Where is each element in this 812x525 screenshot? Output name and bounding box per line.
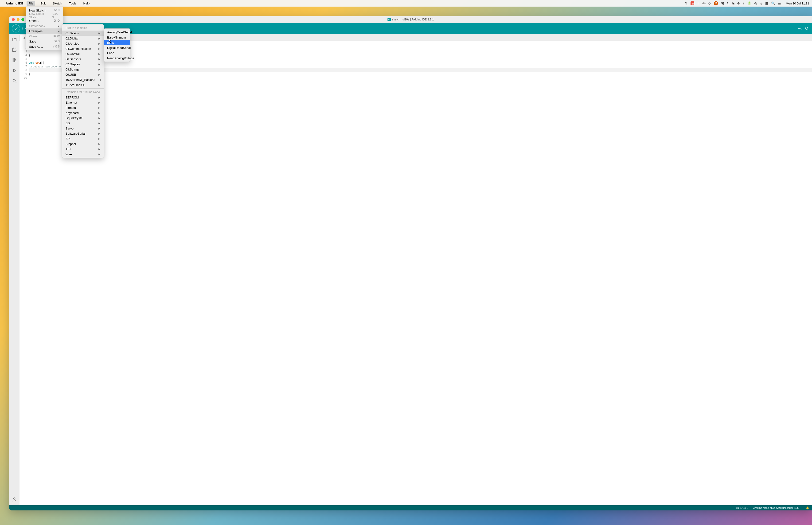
examples-menu-item[interactable]: Firmata▶ [62, 105, 104, 110]
examples-menu-item[interactable]: SoftwareSerial▶ [62, 131, 104, 136]
battery-icon[interactable]: 🔋 [747, 1, 751, 5]
editor-area: sketch_jul10a.ino 12345678910 void setup… [19, 34, 812, 505]
search-icon[interactable] [12, 78, 17, 84]
menu-help[interactable]: Help [81, 1, 92, 6]
search-icon[interactable]: 🔍 [771, 1, 775, 5]
check-icon [14, 26, 18, 31]
arduino-ide-window: ∞ sketch_jul10a | Arduino IDE 2.1.1 [9, 16, 812, 510]
file-menu-item: Close⌘ W [26, 34, 63, 39]
dropbox-icon[interactable]: ⠿ [697, 1, 700, 5]
control-center-icon[interactable]: ⚌ [778, 1, 781, 5]
wifi-icon[interactable]: ⬙ [760, 1, 763, 5]
examples-menu-item[interactable]: 09.USB▶ [62, 72, 104, 77]
serial-monitor-icon[interactable] [805, 26, 809, 31]
examples-menu-item[interactable]: LiquidCrystal▶ [62, 115, 104, 121]
status-bar: Ln 8, Col 1 Arduino Nano on /dev/cu.usbs… [9, 505, 812, 510]
traffic-lights [12, 18, 24, 21]
file-menu-item[interactable]: Save As...⇧⌘ S [26, 44, 63, 49]
menubar-clock[interactable]: Mon 10 Jul 11:31 [786, 2, 809, 5]
code-editor[interactable]: 12345678910 void setup() { // put your s… [19, 41, 812, 505]
cursor-position: Ln 8, Col 1 [736, 507, 749, 509]
file-menu-item: New Cloud Sketch⌥⌘ N [26, 13, 63, 18]
close-button[interactable] [12, 18, 15, 21]
examples-menu-item[interactable]: 02.Digital▶ [62, 36, 104, 41]
line-gutter: 12345678910 [19, 41, 29, 505]
sketchbook-icon[interactable] [12, 37, 17, 42]
basics-menu-item[interactable]: Fade [104, 50, 130, 56]
svg-point-2 [13, 79, 16, 82]
examples-menu-item[interactable]: 11.ArduinoISP▶ [62, 82, 104, 87]
tray-icon[interactable]: ⎘ [732, 1, 734, 5]
tray-icon[interactable]: ⁂ [702, 1, 706, 5]
library-manager-icon[interactable] [12, 58, 17, 63]
menu-tools[interactable]: Tools [67, 1, 78, 6]
macos-menubar: Arduino IDE File Edit Sketch Tools Help … [0, 0, 812, 6]
serial-plotter-icon[interactable] [797, 26, 802, 31]
examples-menu-item[interactable]: TFT▶ [62, 146, 104, 152]
svg-point-3 [13, 498, 15, 499]
examples-menu-item[interactable]: 07.Display▶ [62, 62, 104, 67]
window-titlebar[interactable]: ∞ sketch_jul10a | Arduino IDE 2.1.1 [9, 16, 812, 23]
tray-icon[interactable]: ▦ [691, 1, 694, 5]
file-menu-item[interactable]: Examples▶ [26, 28, 63, 34]
basics-menu-item[interactable]: Blink [104, 40, 130, 45]
basics-menu-item[interactable]: ReadAnalogVoltage [104, 56, 130, 61]
tray-icon[interactable]: ⊙ [737, 1, 740, 5]
examples-menu-item[interactable]: 03.Analog▶ [62, 41, 104, 46]
examples-menu-item[interactable]: SD▶ [62, 121, 104, 126]
basics-submenu: AnalogReadSerialBareMinimumBlinkDigitalR… [104, 28, 131, 62]
menubar-tray: ⇅ ▦ ⠿ ⁂ ◇ M ▣ ↻ ⎘ ⊙ ᚼ 🔋 ◷ ⬙ ▦ 🔍 ⚌ Mon 10… [685, 1, 809, 5]
tray-icon[interactable]: M [714, 1, 718, 5]
tray-icon[interactable]: ▦ [765, 1, 768, 5]
menu-section-header: Examples for Arduino Nano [62, 90, 104, 95]
examples-submenu: Built-in examples01.Basics▶02.Digital▶03… [62, 24, 104, 158]
verify-button[interactable] [12, 25, 20, 32]
window-title: ∞ sketch_jul10a | Arduino IDE 2.1.1 [387, 18, 434, 21]
tray-icon[interactable]: ◷ [754, 1, 757, 5]
examples-menu-item[interactable]: EEPROM▶ [62, 95, 104, 100]
file-menu-item: Sketchbook▶ [26, 23, 63, 28]
boards-manager-icon[interactable] [12, 47, 17, 52]
basics-menu-item[interactable]: AnalogReadSerial [104, 30, 130, 35]
bluetooth-icon[interactable]: ᚼ [743, 1, 745, 5]
menu-file[interactable]: File [27, 1, 35, 6]
tray-icon[interactable]: ↻ [727, 1, 730, 5]
examples-menu-item[interactable]: Ethernet▶ [62, 100, 104, 105]
examples-menu-item[interactable]: Stepper▶ [62, 141, 104, 146]
board-port[interactable]: Arduino Nano on /dev/cu.usbserial-2130 [753, 507, 799, 509]
tray-icon[interactable]: ▣ [721, 1, 724, 5]
file-menu: New Sketch⌘ NNew Cloud Sketch⌥⌘ NOpen...… [26, 6, 63, 50]
minimize-button[interactable] [17, 18, 19, 21]
examples-menu-item[interactable]: 08.Strings▶ [62, 67, 104, 72]
file-menu-item[interactable]: Save⌘ S [26, 39, 63, 44]
examples-menu-item[interactable]: 10.StarterKit_BasicKit▶ [62, 77, 104, 82]
examples-menu-item[interactable]: 05.Control▶ [62, 51, 104, 56]
examples-menu-item[interactable]: 04.Communication▶ [62, 46, 104, 51]
examples-menu-item[interactable]: SPI▶ [62, 136, 104, 141]
menu-section-header: Built-in examples [62, 25, 104, 31]
menu-edit[interactable]: Edit [39, 1, 47, 6]
arduino-logo-icon: ∞ [387, 18, 391, 21]
examples-menu-item[interactable]: Servo▶ [62, 126, 104, 131]
basics-menu-item[interactable]: BareMinimum [104, 35, 130, 40]
activity-bar [9, 34, 19, 505]
examples-menu-item[interactable]: Wire▶ [62, 152, 104, 157]
account-icon[interactable] [12, 497, 17, 502]
app-name[interactable]: Arduino IDE [6, 2, 23, 5]
debug-icon[interactable] [12, 68, 17, 73]
menu-sketch[interactable]: Sketch [51, 1, 64, 6]
notifications-icon[interactable]: 🔔 [806, 507, 809, 510]
examples-menu-item[interactable]: Keyboard▶ [62, 110, 104, 115]
editor-tabbar: sketch_jul10a.ino [19, 34, 812, 41]
basics-menu-item[interactable]: DigitalReadSerial [104, 45, 130, 50]
examples-menu-item[interactable]: 01.Basics▶ [62, 31, 104, 36]
tray-icon[interactable]: ◇ [708, 1, 711, 5]
examples-menu-item[interactable]: 06.Sensors▶ [62, 56, 104, 62]
zoom-button[interactable] [21, 18, 24, 21]
svg-rect-1 [13, 48, 16, 52]
tray-icon[interactable]: ⇅ [685, 1, 688, 5]
svg-point-0 [806, 27, 808, 29]
code-lines[interactable]: void setup() { // put your setup code he… [29, 41, 812, 505]
